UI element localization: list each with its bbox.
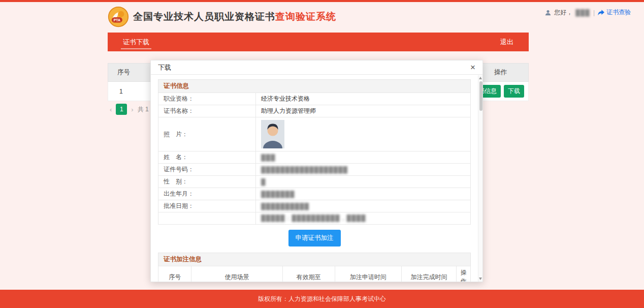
tab-cert-download[interactable]: 证书下载	[108, 33, 165, 51]
field-row: 姓 名： ███	[158, 151, 471, 164]
prev-page-icon[interactable]: ‹	[110, 106, 112, 113]
col-no: 序号	[158, 266, 191, 282]
field-label: 姓 名：	[158, 151, 256, 164]
user-area: 您好， ███ | 证书查验	[545, 8, 631, 17]
col-scene: 使用场景	[191, 266, 283, 282]
field-value: 助理人力资源管理师	[256, 105, 471, 117]
field-row: 批准日期： ██████████	[158, 200, 471, 212]
download-button[interactable]: 下载	[504, 85, 524, 98]
scroll-down-icon[interactable]	[479, 278, 482, 280]
field-row: 性 别： █	[158, 176, 471, 188]
field-value-redacted: ███	[261, 154, 276, 161]
modal-header: 下载 ×	[151, 60, 482, 75]
field-value-redacted: ██████████	[261, 203, 309, 210]
page: PTA 全国专业技术人员职业资格证书查询验证系统 您好， ███ | 证书查验 …	[0, 0, 644, 308]
modal-scrollbar[interactable]	[478, 75, 482, 282]
cert-verify-link[interactable]: 证书查验	[598, 8, 631, 17]
field-row: 职业资格： 经济专业技术资格	[158, 93, 471, 105]
field-label: 职业资格：	[158, 93, 256, 105]
field-value-redacted: ██████████████████	[261, 166, 348, 173]
pta-logo-icon: PTA	[108, 6, 129, 27]
field-label: 性 别：	[158, 176, 256, 188]
field-label: 证书名称：	[158, 105, 256, 117]
col-header-op: 操作	[494, 68, 528, 77]
apply-annotation-button[interactable]: 申请证书加注	[288, 230, 341, 247]
field-row: █████：██████████，████	[158, 212, 471, 225]
field-value: 经济专业技术资格	[256, 93, 471, 105]
modal-body: 证书信息 职业资格： 经济专业技术资格 证书名称： 助理人力资源管理师 照 片：	[151, 75, 478, 282]
download-modal: 下载 × 证书信息 职业资格： 经济专业技术资格 证书名称： 助理人力资源管理师…	[150, 60, 483, 282]
portrait-photo	[261, 120, 284, 148]
apply-button-wrap: 申请证书加注	[158, 230, 471, 247]
svg-text:PTA: PTA	[114, 18, 120, 22]
field-value-redacted: █████：██████████，████	[261, 214, 366, 222]
logout-button[interactable]: 退出	[485, 38, 529, 47]
field-row: 出生年月： ███████	[158, 188, 471, 200]
navbar: 证书下载 退出	[108, 33, 529, 51]
field-label: 照 片：	[158, 117, 256, 151]
user-icon	[545, 10, 551, 16]
app-title: 全国专业技术人员职业资格证书查询验证系统	[133, 10, 336, 23]
field-row: 证件号码： ██████████████████	[158, 164, 471, 176]
copyright-text: 版权所有：人力资源和社会保障部人事考试中心	[258, 295, 386, 302]
col-valid-until: 有效期至	[282, 266, 335, 282]
app-title-main: 全国专业技术人员职业资格证书	[133, 11, 275, 22]
next-page-icon[interactable]: ›	[131, 106, 133, 113]
field-label: 出生年月：	[158, 188, 256, 200]
col-complete-time: 加注完成时间	[401, 266, 457, 282]
col-header-no: 序号	[108, 68, 130, 77]
col-action: 操作	[457, 266, 471, 282]
cert-verify-label: 证书查验	[606, 8, 631, 17]
scroll-up-icon[interactable]	[479, 77, 482, 79]
photo-cell	[256, 117, 471, 151]
close-icon[interactable]: ×	[470, 63, 475, 72]
scrollbar-thumb[interactable]	[479, 81, 482, 111]
field-label	[158, 212, 256, 225]
cert-info-table: 职业资格： 经济专业技术资格 证书名称： 助理人力资源管理师 照 片：	[158, 93, 471, 225]
modal-title: 下载	[158, 63, 171, 72]
footer: 版权所有：人力资源和社会保障部人事考试中心	[0, 290, 644, 308]
list-pagination: ‹ 1 › 共 1 条	[110, 104, 156, 115]
divider: |	[593, 9, 595, 16]
share-arrow-icon	[598, 10, 604, 16]
header: PTA 全国专业技术人员职业资格证书查询验证系统 您好， ███ | 证书查验	[0, 2, 644, 33]
app-title-accent: 查询验证系统	[275, 11, 336, 22]
field-value-redacted: ███████	[261, 191, 295, 198]
section-annotation-info: 证书加注信息	[158, 253, 471, 266]
field-label: 证件号码：	[158, 164, 256, 176]
page-1-button[interactable]: 1	[116, 104, 127, 115]
field-value-redacted: █	[261, 178, 266, 186]
list-row-no: 1	[108, 88, 123, 95]
annotation-header-row: 序号 使用场景 有效期至 加注申请时间 加注完成时间 操作	[158, 266, 471, 282]
col-apply-time: 加注申请时间	[335, 266, 401, 282]
brand: PTA 全国专业技术人员职业资格证书查询验证系统	[108, 6, 336, 27]
field-row: 证书名称： 助理人力资源管理师	[158, 105, 471, 117]
greeting-label: 您好，	[554, 8, 572, 17]
annotation-table: 序号 使用场景 有效期至 加注申请时间 加注完成时间 操作 1 本人调用 202…	[158, 266, 471, 282]
field-row-photo: 照 片：	[158, 117, 471, 151]
field-label: 批准日期：	[158, 200, 256, 212]
username: ███	[575, 9, 590, 16]
section-cert-info: 证书信息	[158, 79, 471, 93]
